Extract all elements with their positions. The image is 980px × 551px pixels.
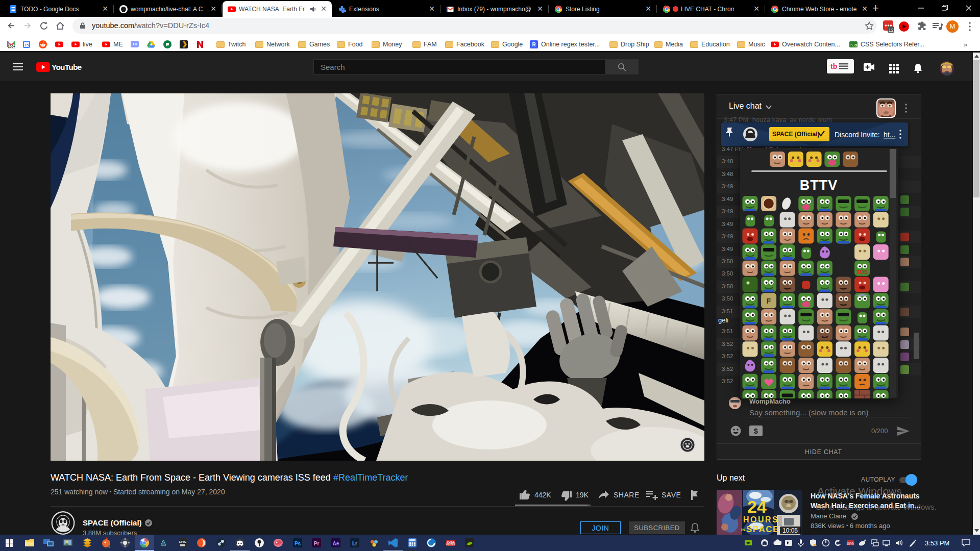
svg-text:ht...: ht... [884, 131, 895, 139]
svg-text:YouTube: YouTube [52, 63, 82, 71]
svg-text:3: 3 [855, 43, 857, 47]
svg-text:$: $ [754, 427, 758, 435]
svg-text:SPACE (Official): SPACE (Official) [772, 131, 819, 138]
svg-text:IN: IN [741, 528, 745, 532]
svg-text:10:05: 10:05 [782, 527, 798, 534]
svg-text:R: R [532, 42, 536, 47]
svg-text:MEETER: MEETER [446, 543, 456, 546]
svg-text:Discord Invite:: Discord Invite: [835, 131, 880, 139]
svg-text:HOURS: HOURS [743, 515, 779, 524]
svg-text:12: 12 [888, 28, 893, 33]
svg-text:Pr: Pr [314, 541, 320, 546]
svg-text:24: 24 [747, 497, 767, 516]
svg-text:15: 15 [24, 43, 29, 47]
svg-text:tb: tb [830, 62, 837, 70]
svg-text:Ps: Ps [295, 541, 301, 546]
svg-text:EPIC: EPIC [179, 540, 187, 543]
svg-text:Ae: Ae [333, 541, 339, 546]
svg-text:!: ! [814, 544, 815, 547]
svg-text:SPACE: SPACE [746, 524, 779, 534]
svg-text:MEETER: MEETER [847, 543, 854, 545]
svg-text:100+: 100+ [8, 45, 15, 48]
svg-text:BTTV: BTTV [800, 178, 838, 193]
svg-text:F: F [767, 297, 771, 305]
svg-text:Lr: Lr [352, 541, 357, 546]
svg-text:TOS: TOS [856, 269, 868, 275]
